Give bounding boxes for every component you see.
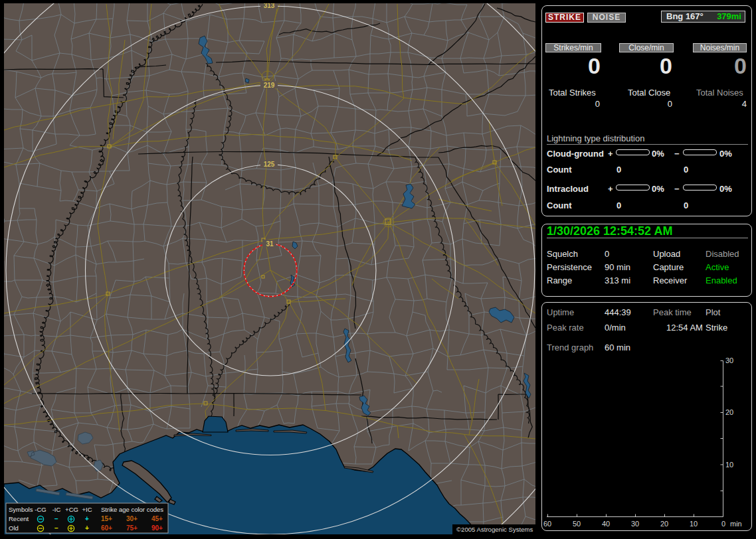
svg-text:+: + [85,524,89,532]
svg-text:125: 125 [264,161,275,168]
svg-text:Strike age color codes: Strike age color codes [101,506,163,513]
svg-text:75+: 75+ [126,524,138,532]
svg-text:0: 0 [721,520,725,528]
svg-text:60+: 60+ [101,524,112,532]
svg-text:min: min [730,520,742,528]
svg-text:15+: 15+ [101,515,112,522]
svg-text:10: 10 [690,520,698,528]
svg-text:219: 219 [264,82,275,89]
svg-text:45+: 45+ [151,515,163,522]
svg-text:Symbols: Symbols [9,506,33,513]
svg-text:60: 60 [543,520,551,528]
svg-text:−: − [54,515,58,522]
svg-text:50: 50 [573,520,581,528]
svg-text:31: 31 [266,240,274,248]
svg-text:Recent: Recent [9,515,29,522]
svg-text:20: 20 [660,520,668,528]
svg-text:+: + [85,515,89,522]
svg-text:−: − [54,524,58,532]
svg-text:10: 10 [725,461,733,469]
svg-text:+CG: +CG [65,506,78,513]
svg-text:Old: Old [9,524,19,532]
svg-text:30+: 30+ [126,515,138,522]
svg-text:©2005 Astrogenic Systems: ©2005 Astrogenic Systems [456,526,533,533]
svg-text:40: 40 [602,520,610,528]
svg-text:90+: 90+ [151,524,163,532]
svg-text:30: 30 [631,520,639,528]
svg-text:20: 20 [725,408,733,416]
svg-text:-IC: -IC [52,506,61,513]
svg-text:-CG: -CG [35,506,46,513]
svg-text:313: 313 [264,3,275,9]
svg-text:+IC: +IC [82,506,92,513]
svg-text:30: 30 [725,356,733,364]
